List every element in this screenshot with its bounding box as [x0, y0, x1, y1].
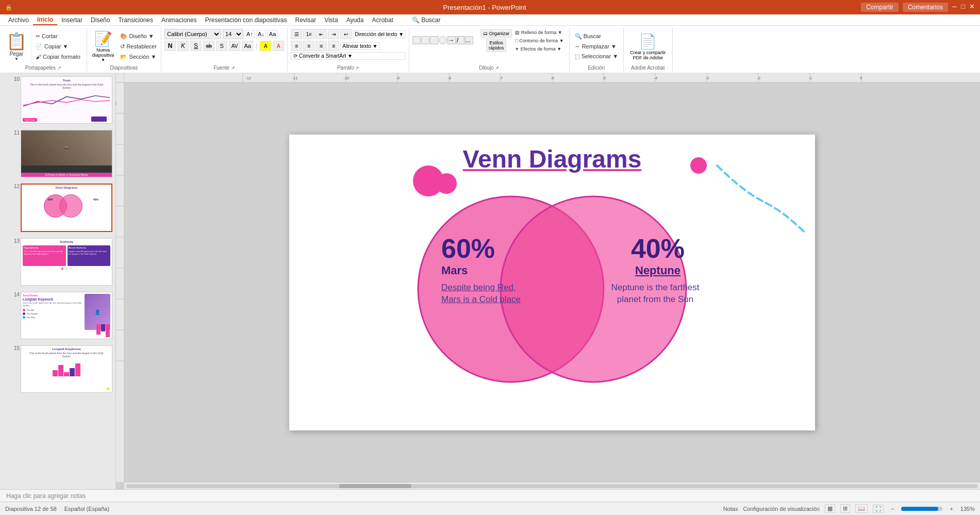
font-color-button[interactable]: A — [273, 41, 284, 51]
ribbon-dibujo: → / ... 🗂 Organizar Estilosrápidos ▧ Rel… — [409, 28, 569, 72]
menu-buscar[interactable]: 🔍 Buscar — [408, 15, 445, 25]
slide-num-10: 10 — [11, 76, 21, 82]
title-bar: 🔒 Presentación1 - PowerPoint Compartir C… — [0, 0, 980, 14]
shape-rect[interactable] — [412, 36, 421, 44]
ruler-container: -12 -11 -10 -9 -8 -7 -6 -5 -4 — [116, 73, 980, 82]
menu-presentacion[interactable]: Presentación con diapositivas — [201, 15, 291, 25]
align-left-button[interactable]: ≡ — [291, 41, 302, 51]
menu-insertar[interactable]: Insertar — [57, 15, 87, 25]
maximize-button[interactable]: □ — [961, 3, 965, 12]
menu-bar: Archivo Inicio Insertar Diseño Transicio… — [0, 14, 980, 26]
view-reading[interactable]: 📖 — [855, 504, 868, 513]
buscar-button[interactable]: 🔍 Buscar — [573, 32, 620, 41]
slide-thumb-15[interactable]: Longtail Keyphrase This is the fourth pl… — [21, 345, 112, 393]
shape-arrow[interactable]: → — [447, 36, 456, 44]
contorno-button[interactable]: □ Contorno de forma ▼ — [513, 37, 566, 44]
notes-bar[interactable]: Haga clic para agregar notas — [0, 489, 980, 502]
zoom-in[interactable]: + — [948, 506, 955, 512]
menu-archivo[interactable]: Archivo — [4, 15, 33, 25]
slide-canvas[interactable]: Venn Diagrams 60% Mars Despite being Red… — [289, 135, 815, 430]
shape-circle[interactable] — [439, 36, 447, 44]
bold-button[interactable]: N — [164, 41, 176, 51]
bullets-button[interactable]: ☰ — [291, 29, 302, 39]
slide-thumb-14[interactable]: Trust Poster Longtail Keyword This is th… — [21, 292, 112, 339]
svg-text:-12: -12 — [245, 76, 252, 80]
new-slide-button[interactable]: 📝 Nuevadiapositiva ▼ — [89, 29, 118, 63]
paste-button[interactable]: 📋 Pegar ▼ — [2, 29, 31, 64]
align-text-button[interactable]: Alinear texto ▼ — [340, 42, 379, 50]
slide-thumb-11[interactable]: 📷 A Picture is Worth a Thousand Words — [21, 130, 112, 177]
menu-vista[interactable]: Vista — [320, 15, 342, 25]
fontcase-button[interactable]: Aa — [242, 41, 253, 51]
seleccionar-button[interactable]: ⬚ Seleccionar ▼ — [573, 52, 620, 61]
copy-button[interactable]: 📄 Copiar ▼ — [34, 42, 82, 51]
align-right-button[interactable]: ≡ — [315, 41, 327, 51]
menu-inicio[interactable]: Inicio — [33, 15, 57, 25]
highlight-button[interactable]: A — [260, 41, 271, 51]
zoom-slider[interactable] — [901, 507, 942, 511]
charspacing-button[interactable]: AV — [229, 41, 240, 51]
indent-more-button[interactable]: ⇥ — [328, 29, 339, 39]
reset-button[interactable]: ↺ Restablecer — [118, 42, 159, 51]
svg-text:-2: -2 — [757, 76, 761, 80]
svg-text:0: 0 — [860, 76, 862, 80]
cut-button[interactable]: ✂ Cortar — [34, 32, 82, 41]
scrollbar-horizontal[interactable] — [124, 482, 980, 489]
clear-format-button[interactable]: Aa — [268, 30, 277, 38]
create-pdf-button[interactable]: 📄 Crear y compartirPDF de Adobe — [630, 33, 666, 60]
right-planet: Neptune — [604, 264, 712, 277]
menu-acrobat[interactable]: Acrobat — [368, 15, 397, 25]
decrease-font-button[interactable]: A↓ — [256, 30, 266, 38]
shape-more[interactable]: ... — [465, 36, 473, 44]
menu-transiciones[interactable]: Transiciones — [114, 15, 157, 25]
design-button[interactable]: 🎨 Diseño ▼ — [118, 32, 159, 41]
left-planet: Mars — [441, 264, 544, 277]
justify-button[interactable]: ≡ — [328, 41, 339, 51]
italic-button[interactable]: K — [177, 41, 189, 51]
view-normal[interactable]: ▦ — [825, 504, 835, 513]
font-selector[interactable]: Calibri (Cuerpo) — [164, 29, 221, 39]
format-copy-button[interactable]: 🖌 Copiar formato — [34, 53, 82, 61]
shape-rounded-rect[interactable] — [421, 36, 429, 44]
menu-diseno[interactable]: Diseño — [87, 15, 114, 25]
close-button[interactable]: ✕ — [969, 3, 975, 12]
minimize-button[interactable]: ─ — [952, 3, 957, 12]
organizar-button[interactable]: 🗂 Organizar — [480, 29, 512, 38]
numbered-button[interactable]: 1≡ — [303, 29, 314, 39]
remplazar-button[interactable]: ↔ Remplazar ▼ — [573, 42, 620, 51]
scrollbar-thumb-h[interactable] — [339, 484, 411, 488]
menu-animaciones[interactable]: Animaciones — [157, 15, 201, 25]
zoom-out[interactable]: − — [889, 506, 896, 512]
increase-font-button[interactable]: A↑ — [245, 30, 255, 38]
relleno-button[interactable]: ▧ Relleno de forma ▼ — [513, 29, 566, 36]
ribbon-fuente: Calibri (Cuerpo) 14 A↑ A↓ Aa N K S sb S … — [161, 28, 288, 72]
strikethrough-button[interactable]: sb — [203, 41, 214, 51]
slide-thumb-10[interactable]: Trust This is the fourth planet from the… — [21, 76, 112, 124]
efectos-button[interactable]: ✦ Efectos de forma ▼ — [513, 45, 566, 53]
shadow-button[interactable]: S — [216, 41, 227, 51]
menu-revisar[interactable]: Revisar — [291, 15, 320, 25]
notes-toggle[interactable]: Notas — [723, 506, 738, 512]
text-direction-button[interactable]: Dirección del texto ▼ — [353, 30, 406, 38]
view-settings[interactable]: Configuración de visualización — [743, 506, 820, 512]
convert-smartart-button[interactable]: ⟳ Convertir a SmartArt ▼ — [291, 52, 406, 60]
indent-less-button[interactable]: ⇤ — [315, 29, 327, 39]
view-slide-sorter[interactable]: ⊞ — [840, 504, 850, 513]
fuente-label: Fuente ↗ — [164, 64, 284, 71]
shape-line[interactable]: / — [456, 36, 464, 44]
comments-button[interactable]: Comentarios — [903, 3, 948, 12]
section-button[interactable]: 📂 Sección ▼ — [118, 53, 159, 61]
align-center-button[interactable]: ≡ — [303, 41, 314, 51]
underline-button[interactable]: S — [190, 41, 202, 51]
estilos-rapidos-button[interactable]: Estilosrápidos — [486, 39, 507, 52]
rtl-button[interactable]: ↩ — [340, 29, 352, 39]
slide-thumb-12[interactable]: Venn Diagrams 60% 40% — [21, 184, 112, 232]
slide-title[interactable]: Venn Diagrams — [463, 145, 642, 173]
parrafo-label: Párrafo ↗ — [291, 64, 406, 71]
shape-triangle[interactable] — [430, 36, 438, 44]
font-size-selector[interactable]: 14 — [223, 29, 243, 39]
view-presenter[interactable]: ⛶ — [873, 505, 884, 513]
menu-ayuda[interactable]: Ayuda — [342, 15, 368, 25]
slide-thumb-13[interactable]: Authority Huge Authority This is the fif… — [21, 238, 112, 286]
share-button[interactable]: Compartir — [861, 3, 899, 12]
